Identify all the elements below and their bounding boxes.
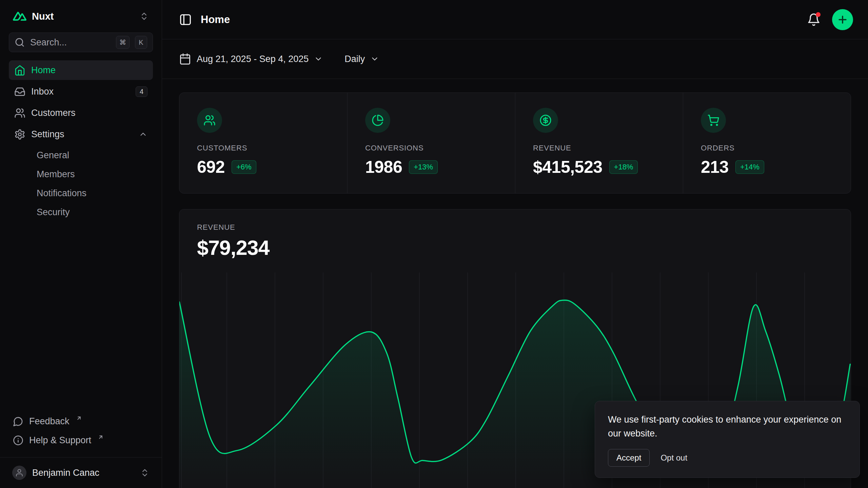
- users-icon: [14, 107, 25, 119]
- gear-icon: [14, 129, 25, 140]
- feedback-link[interactable]: Feedback: [9, 412, 153, 431]
- sub-item-label: General: [37, 150, 69, 161]
- sidebar-item-inbox[interactable]: Inbox 4: [9, 82, 153, 101]
- chat-bubble-icon: [13, 416, 23, 427]
- stat-label: REVENUE: [533, 144, 665, 152]
- stat-card-customers[interactable]: CUSTOMERS 692 +6%: [179, 93, 347, 193]
- stat-label: CONVERSIONS: [365, 144, 497, 152]
- sidebar-item-customers[interactable]: Customers: [9, 103, 153, 123]
- sidebar-footer: Feedback Help & Support: [9, 412, 153, 455]
- chevron-down-icon: [314, 55, 323, 63]
- interval-label: Daily: [344, 54, 365, 64]
- notification-dot: [816, 12, 821, 17]
- app-root: Nuxt Search... ⌘ K Home: [0, 0, 868, 488]
- stat-value: 213: [701, 157, 729, 177]
- stat-delta-badge: +14%: [735, 160, 764, 174]
- cookie-message: We use first-party cookies to enhance yo…: [608, 413, 847, 440]
- sidebar-item-home[interactable]: Home: [9, 60, 153, 80]
- sidebar-item-general[interactable]: General: [31, 146, 153, 165]
- users-icon: [197, 108, 222, 133]
- chevrons-up-down-icon: [139, 12, 149, 21]
- page-title: Home: [201, 14, 230, 26]
- stat-delta-badge: +13%: [409, 160, 438, 174]
- add-button[interactable]: [832, 9, 853, 30]
- calendar-icon: [179, 53, 191, 65]
- home-icon: [14, 65, 25, 76]
- cookie-optout-button[interactable]: Opt out: [653, 449, 695, 466]
- stat-label: CUSTOMERS: [197, 144, 330, 152]
- sub-item-label: Security: [37, 207, 70, 218]
- sub-item-label: Notifications: [37, 188, 86, 199]
- interval-select[interactable]: Daily: [344, 54, 379, 64]
- nuxt-logo-icon: [13, 9, 26, 23]
- sub-item-label: Members: [37, 169, 75, 180]
- chevron-up-icon: [139, 130, 147, 139]
- sidebar-item-label: Home: [31, 65, 56, 76]
- chevrons-up-down-icon: [140, 468, 150, 477]
- stat-card-conversions[interactable]: CONVERSIONS 1986 +13%: [347, 93, 515, 193]
- footer-link-label: Help & Support: [29, 435, 91, 446]
- revenue-chart-label: REVENUE: [197, 223, 833, 232]
- sidebar-nav: Home Inbox 4 Customers Settings: [9, 60, 153, 224]
- topbar: Home: [162, 0, 868, 39]
- search-input[interactable]: Search... ⌘ K: [9, 33, 153, 52]
- stat-value: 1986: [365, 157, 402, 177]
- help-support-link[interactable]: Help & Support: [9, 431, 153, 450]
- pie-chart-icon: [365, 108, 390, 133]
- sidebar-item-security[interactable]: Security: [31, 203, 153, 222]
- cookie-banner: We use first-party cookies to enhance yo…: [595, 401, 860, 478]
- stat-delta-badge: +18%: [609, 160, 638, 174]
- stats-grid: CUSTOMERS 692 +6% CONVERSIONS 1986 +13%: [179, 93, 851, 194]
- brand-name: Nuxt: [32, 11, 54, 22]
- date-range-picker[interactable]: Aug 21, 2025 - Sep 4, 2025: [179, 53, 323, 65]
- sidebar-item-label: Customers: [31, 108, 76, 118]
- info-icon: [13, 435, 23, 446]
- team-switcher[interactable]: Nuxt: [9, 5, 153, 27]
- dollar-circle-icon: [533, 108, 558, 133]
- topbar-actions: [807, 9, 853, 30]
- search-placeholder: Search...: [30, 37, 67, 48]
- date-range-label: Aug 21, 2025 - Sep 4, 2025: [197, 54, 309, 64]
- chevron-down-icon: [370, 55, 379, 63]
- search-icon: [15, 37, 25, 47]
- inbox-icon: [14, 86, 25, 97]
- user-name: Benjamin Canac: [32, 468, 99, 478]
- stat-label: ORDERS: [701, 144, 833, 152]
- cookie-accept-button[interactable]: Accept: [608, 449, 650, 467]
- toolbar: Aug 21, 2025 - Sep 4, 2025 Daily: [162, 39, 868, 79]
- cookie-actions: Accept Opt out: [608, 449, 847, 467]
- sidebar-item-members[interactable]: Members: [31, 165, 153, 184]
- external-link-icon: [98, 434, 104, 440]
- user-menu[interactable]: Benjamin Canac: [0, 457, 162, 488]
- stat-card-orders[interactable]: ORDERS 213 +14%: [683, 93, 851, 193]
- footer-link-label: Feedback: [29, 416, 70, 427]
- stat-delta-badge: +6%: [232, 160, 256, 174]
- sidebar-item-label: Inbox: [31, 86, 54, 97]
- sidebar-toggle-icon[interactable]: [179, 13, 192, 26]
- avatar: [12, 466, 26, 480]
- notifications-bell-icon[interactable]: [807, 13, 821, 26]
- kbd-meta: ⌘: [116, 36, 130, 49]
- sidebar: Nuxt Search... ⌘ K Home: [0, 0, 162, 488]
- stat-card-revenue[interactable]: REVENUE $415,523 +18%: [515, 93, 683, 193]
- cart-icon: [701, 108, 726, 133]
- kbd-k: K: [135, 36, 147, 49]
- stat-value: $415,523: [533, 157, 603, 177]
- sidebar-item-label: Settings: [31, 129, 64, 140]
- external-link-icon: [76, 415, 82, 421]
- stat-value: 692: [197, 157, 225, 177]
- revenue-chart-value: $79,234: [197, 236, 833, 260]
- settings-sub-list: General Members Notifications Security: [9, 146, 153, 222]
- revenue-chart-header: REVENUE $79,234: [179, 209, 851, 272]
- sidebar-item-settings[interactable]: Settings: [9, 124, 153, 144]
- inbox-count-badge: 4: [136, 86, 147, 97]
- sidebar-item-notifications[interactable]: Notifications: [31, 184, 153, 203]
